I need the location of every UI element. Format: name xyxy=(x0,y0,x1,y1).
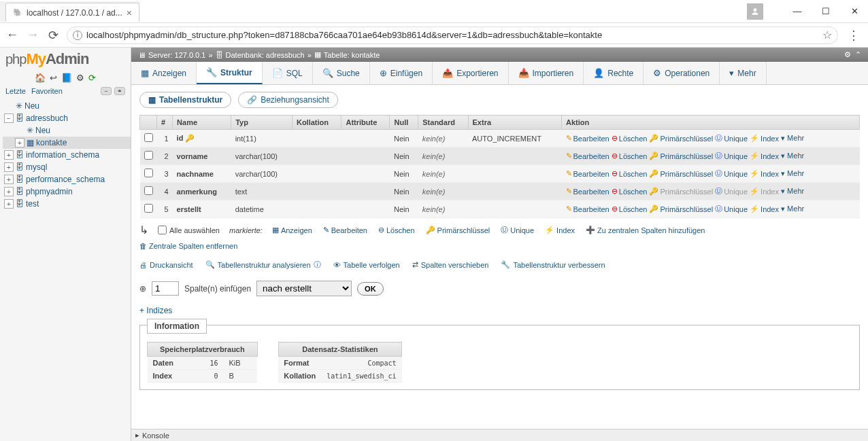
tab-mehr[interactable]: ▾Mehr xyxy=(720,62,766,84)
index-link[interactable]: ⚡ Index xyxy=(750,205,779,213)
edit-link[interactable]: ✎ Bearbeiten xyxy=(566,134,610,143)
tab-rechte[interactable]: 👤Rechte xyxy=(584,62,644,84)
insert-position-select[interactable]: nach erstellt xyxy=(256,281,352,296)
row-checkbox[interactable] xyxy=(144,133,153,142)
index-link[interactable]: ⚡ Index xyxy=(750,152,779,160)
expand-icon[interactable]: + xyxy=(4,150,14,160)
collapse-toggle-icon[interactable]: − xyxy=(101,87,112,95)
expand-icon[interactable]: + xyxy=(4,199,14,209)
primarykey-link[interactable]: 🔑 Primärschlüssel xyxy=(649,187,713,196)
url-field[interactable]: i localhost/phpmyadmin/db_structure.php?… xyxy=(67,27,838,44)
minimize-button[interactable]: — xyxy=(789,3,805,20)
bookmark-icon[interactable]: ☆ xyxy=(822,29,832,41)
bulk-5[interactable]: ⚡ Index xyxy=(545,226,575,234)
tab-operationen[interactable]: ⚙Operationen xyxy=(644,62,720,84)
row-checkbox[interactable] xyxy=(144,151,153,160)
settings-icon[interactable]: ⚙ xyxy=(76,73,84,83)
bc-database[interactable]: Datenbank: adressbuch xyxy=(226,51,305,59)
tree-item-neu[interactable]: ✳Neu xyxy=(3,100,131,112)
unique-link[interactable]: Ⓤ Unique xyxy=(715,133,748,143)
expand-icon[interactable]: + xyxy=(4,175,14,184)
tab-suche[interactable]: 🔍Suche xyxy=(313,62,370,84)
site-info-icon[interactable]: i xyxy=(73,31,82,40)
primarykey-link[interactable]: 🔑 Primärschlüssel xyxy=(649,134,713,143)
collapse-icon[interactable]: ⌃ xyxy=(855,50,861,59)
bulk-0[interactable]: ▦ Anzeigen xyxy=(272,226,312,234)
edit-link[interactable]: ✎ Bearbeiten xyxy=(566,152,610,160)
expand-icon[interactable]: − xyxy=(4,113,14,123)
insert-ok-button[interactable]: OK xyxy=(357,282,384,296)
tool-3[interactable]: ⇄ Spalten verschieben xyxy=(412,260,489,270)
index-link[interactable]: ⚡ Index xyxy=(750,187,779,196)
tree-item-mysql[interactable]: +🗄mysql xyxy=(3,161,131,173)
tree-item-performance_schema[interactable]: +🗄performance_schema xyxy=(3,173,131,186)
bulk-1[interactable]: ✎ Bearbeiten xyxy=(323,226,367,234)
unique-link[interactable]: Ⓤ Unique xyxy=(715,186,748,196)
forward-button[interactable]: → xyxy=(26,29,39,42)
bulk-6[interactable]: ➕ Zu zentralen Spalten hinzufügen xyxy=(586,226,705,234)
home-icon[interactable]: 🏠 xyxy=(35,73,46,83)
tree-item-information_schema[interactable]: +🗄information_schema xyxy=(3,149,131,161)
tree-item-test[interactable]: +🗄test xyxy=(3,198,131,210)
index-link[interactable]: ⚡ Index xyxy=(750,169,779,178)
close-window-button[interactable]: ✕ xyxy=(846,3,863,20)
indizes-link[interactable]: + Indizes xyxy=(139,306,172,315)
bulk-4[interactable]: Ⓤ Unique xyxy=(501,225,534,235)
browser-menu-icon[interactable]: ⋮ xyxy=(845,28,863,43)
gear-icon[interactable]: ⚙ xyxy=(844,50,851,59)
user-icon[interactable] xyxy=(747,3,763,20)
delete-link[interactable]: ⊖ Löschen xyxy=(612,187,648,196)
tab-anzeigen[interactable]: ▦Anzeigen xyxy=(131,62,197,84)
expand-icon[interactable]: + xyxy=(15,138,24,147)
central-remove-link[interactable]: 🗑Zentrale Spalten entfernen xyxy=(139,242,237,250)
maximize-button[interactable]: ☐ xyxy=(818,3,834,20)
back-button[interactable]: ← xyxy=(5,29,19,42)
tool-2[interactable]: 👁 Tabelle verfolgen xyxy=(333,260,400,270)
tree-item-kontakte[interactable]: +▦kontakte xyxy=(3,137,131,149)
reload-tree-icon[interactable]: ⟳ xyxy=(88,73,96,83)
edit-link[interactable]: ✎ Bearbeiten xyxy=(566,205,610,213)
unique-link[interactable]: Ⓤ Unique xyxy=(715,204,748,214)
edit-link[interactable]: ✎ Bearbeiten xyxy=(566,169,610,178)
edit-link[interactable]: ✎ Bearbeiten xyxy=(566,187,610,196)
close-tab-icon[interactable]: × xyxy=(127,7,132,18)
bc-server[interactable]: Server: 127.0.0.1 xyxy=(148,51,205,59)
expand-icon[interactable]: + xyxy=(4,162,14,172)
primarykey-link[interactable]: 🔑 Primärschlüssel xyxy=(649,169,713,178)
tool-1[interactable]: 🔍 Tabellenstruktur analysieren ⓘ xyxy=(205,260,321,270)
browser-tab[interactable]: 🐘 localhost / 127.0.0.1 / ad... × xyxy=(5,3,139,22)
insert-count-input[interactable] xyxy=(152,281,179,296)
logout-icon[interactable]: ↩ xyxy=(50,73,57,83)
unique-link[interactable]: Ⓤ Unique xyxy=(715,151,748,161)
primarykey-link[interactable]: 🔑 Primärschlüssel xyxy=(649,205,713,213)
tab-struktur[interactable]: 🔧Struktur xyxy=(197,62,263,84)
tab-exportieren[interactable]: 📤Exportieren xyxy=(433,62,508,84)
bulk-2[interactable]: ⊖ Löschen xyxy=(378,226,415,234)
select-all-checkbox[interactable]: Alle auswählen xyxy=(158,226,220,234)
bulk-3[interactable]: 🔑 Primärschlüssel xyxy=(426,226,490,234)
tree-item-neu[interactable]: ✳Neu xyxy=(3,124,131,137)
link-toggle-icon[interactable]: ⚭ xyxy=(114,87,125,95)
primarykey-link[interactable]: 🔑 Primärschlüssel xyxy=(649,152,713,160)
more-link[interactable]: ▾ Mehr xyxy=(781,169,804,178)
delete-link[interactable]: ⊖ Löschen xyxy=(612,169,648,178)
unique-link[interactable]: Ⓤ Unique xyxy=(715,169,748,179)
reload-button[interactable]: ⟳ xyxy=(46,29,60,42)
row-checkbox[interactable] xyxy=(144,186,153,195)
recent-link[interactable]: Letzte xyxy=(5,87,26,95)
delete-link[interactable]: ⊖ Löschen xyxy=(612,205,648,213)
delete-link[interactable]: ⊖ Löschen xyxy=(612,152,648,160)
tab-sql[interactable]: 📄SQL xyxy=(263,62,313,84)
row-checkbox[interactable] xyxy=(144,169,153,177)
subtab-1[interactable]: 🔗Beziehungsansicht xyxy=(238,92,338,108)
delete-link[interactable]: ⊖ Löschen xyxy=(612,134,648,143)
row-checkbox[interactable] xyxy=(144,204,153,213)
more-link[interactable]: ▾ Mehr xyxy=(781,205,804,213)
favorites-link[interactable]: Favoriten xyxy=(31,87,63,95)
subtab-0[interactable]: ▦Tabellenstruktur xyxy=(139,92,231,108)
tab-importieren[interactable]: 📥Importieren xyxy=(509,62,584,84)
more-link[interactable]: ▾ Mehr xyxy=(781,134,804,143)
docs-icon[interactable]: 📘 xyxy=(61,73,72,83)
expand-icon[interactable]: + xyxy=(4,187,14,196)
tree-item-phpmyadmin[interactable]: +🗄phpmyadmin xyxy=(3,186,131,198)
